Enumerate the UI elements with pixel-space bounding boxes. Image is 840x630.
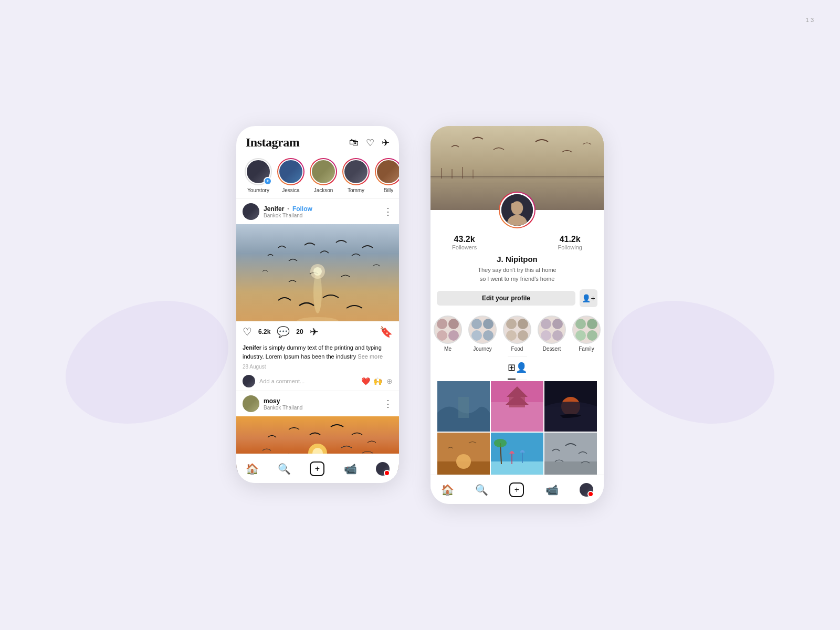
post-1-caption: Jenifer is simply dummy text of the prin… xyxy=(236,342,399,363)
add-story-icon: + xyxy=(264,177,272,185)
highlight-me[interactable]: Me xyxy=(434,316,462,352)
heart-icon[interactable]: ♡ xyxy=(366,137,374,149)
grid-tabs: ⊞ 👤 xyxy=(508,356,527,380)
see-more-button[interactable]: See more xyxy=(358,353,383,360)
like-count: 6.2k xyxy=(258,328,270,335)
bag-icon[interactable]: 🛍 xyxy=(349,137,359,148)
followers-label: Followers xyxy=(452,244,477,250)
svg-point-39 xyxy=(494,439,507,447)
svg-point-3 xyxy=(313,267,322,276)
search-nav-button[interactable]: 🔍 xyxy=(278,463,291,475)
heart-emoji: ❤️ xyxy=(361,377,370,385)
bookmark-button[interactable]: 🔖 xyxy=(380,326,393,338)
grid-tab-posts[interactable]: ⊞ xyxy=(508,356,516,380)
profile-section: 43.2k Followers 41.2k Following J. Nipit… xyxy=(430,210,604,484)
highlight-food[interactable]: Food xyxy=(503,316,531,352)
story-item-billy[interactable]: Billy xyxy=(375,158,399,193)
story-item-jessica[interactable]: Jessica xyxy=(277,158,304,193)
caption-username: Jenifer xyxy=(243,344,261,351)
highlight-family[interactable]: Family xyxy=(572,316,601,352)
stories-row: + Yourstory Jessica Jackson xyxy=(236,154,399,198)
profile-avatar xyxy=(500,193,534,227)
right-profile-nav[interactable] xyxy=(580,483,593,497)
post-2-more-button[interactable]: ⋮ xyxy=(383,398,393,410)
header-icons: 🛍 ♡ ✈ xyxy=(349,137,390,149)
post-1-avatar xyxy=(243,203,259,220)
post-1-follow-button[interactable]: Follow xyxy=(292,205,312,213)
share-button[interactable]: ✈ xyxy=(310,326,319,338)
bg-blob-right xyxy=(594,279,792,445)
svg-rect-15 xyxy=(472,170,474,178)
grid-tab-tagged[interactable]: 👤 xyxy=(516,356,527,380)
post-2-username: mosy xyxy=(264,397,302,405)
post-1-header: Jenifer • Follow Bankok Thailand ⋮ xyxy=(236,199,399,224)
bio-line-1: They say don't try this at home xyxy=(478,267,556,273)
following-stat: 41.2k Following xyxy=(558,235,582,250)
edit-profile-button[interactable]: Edit your profile xyxy=(437,291,575,306)
profile-stats: 43.2k Followers 41.2k Following xyxy=(430,228,604,253)
highlight-journey-label: Journey xyxy=(473,346,492,352)
profile-nav-button[interactable] xyxy=(376,462,390,476)
photo-3[interactable] xyxy=(544,381,597,432)
svg-rect-14 xyxy=(462,167,463,178)
highlight-journey[interactable]: Journey xyxy=(468,316,497,352)
right-reels-nav[interactable]: 📹 xyxy=(545,484,559,496)
person-tag-icon: 👤 xyxy=(516,362,527,373)
comment-add-icon[interactable]: ⊕ xyxy=(386,377,393,385)
highlight-me-circle xyxy=(434,316,462,344)
svg-point-1 xyxy=(297,317,339,321)
right-home-nav[interactable]: 🏠 xyxy=(441,484,454,496)
right-phone: 43.2k Followers 41.2k Following J. Nipit… xyxy=(430,126,604,504)
highlight-family-label: Family xyxy=(579,346,594,352)
highlight-dessert[interactable]: Dessert xyxy=(538,316,566,352)
comment-button[interactable]: 💬 xyxy=(277,326,290,338)
profile-name: J. Nipitpon xyxy=(497,255,538,264)
profile-actions: Edit your profile 👤+ xyxy=(430,285,604,311)
bio-line-2: so I went to my friend's home xyxy=(480,276,555,282)
your-story-avatar-wrap: + xyxy=(245,158,272,185)
reels-nav-button[interactable]: 📹 xyxy=(344,463,357,475)
jackson-label: Jackson xyxy=(314,187,333,193)
jessica-avatar-wrap xyxy=(277,158,304,185)
followers-count: 43.2k xyxy=(454,235,475,244)
svg-rect-12 xyxy=(441,168,442,178)
billy-label: Billy xyxy=(384,187,393,193)
left-phone: Instagram 🛍 ♡ ✈ + Yourstory xyxy=(236,126,399,483)
right-add-nav[interactable]: + xyxy=(509,482,524,497)
story-item-yourstory[interactable]: + Yourstory xyxy=(245,158,272,193)
post-1-date: 28 August xyxy=(236,363,399,373)
post-2-user: mosy Bankok Thailand xyxy=(243,395,302,412)
followers-stat: 43.2k Followers xyxy=(452,235,477,250)
like-button[interactable]: ♡ xyxy=(243,326,252,338)
clap-emoji: 🙌 xyxy=(373,377,382,385)
jessica-avatar xyxy=(278,159,303,184)
left-header: Instagram 🛍 ♡ ✈ xyxy=(236,126,399,154)
photo-grid xyxy=(437,380,597,484)
story-item-jackson[interactable]: Jackson xyxy=(310,158,337,193)
comment-emojis: ❤️ 🙌 xyxy=(361,377,382,385)
post-1-dot: • xyxy=(287,206,289,212)
photo-2[interactable] xyxy=(491,381,543,432)
comment-avatar xyxy=(243,375,255,387)
page-number: 1 3 xyxy=(806,16,814,25)
instagram-logo: Instagram xyxy=(246,135,299,150)
post-1-comment-row: Add a comment... ❤️ 🙌 ⊕ xyxy=(236,373,399,391)
send-icon[interactable]: ✈ xyxy=(382,137,390,149)
add-nav-button[interactable]: + xyxy=(310,461,324,476)
phones-container: Instagram 🛍 ♡ ✈ + Yourstory xyxy=(236,126,604,504)
story-item-tommy[interactable]: Tommy xyxy=(342,158,370,193)
post-1-user-info: Jenifer • Follow Bankok Thailand xyxy=(264,205,312,218)
profile-bio: They say don't try this at home so I wen… xyxy=(467,264,566,285)
post-1-more-button[interactable]: ⋮ xyxy=(383,206,393,217)
post-2-avatar xyxy=(243,395,259,412)
right-search-nav[interactable]: 🔍 xyxy=(475,484,488,496)
tommy-avatar xyxy=(343,159,369,184)
jackson-avatar-wrap xyxy=(310,158,337,185)
add-person-button[interactable]: 👤+ xyxy=(580,289,597,307)
post-1-username-row: Jenifer • Follow xyxy=(264,205,312,213)
photo-1[interactable] xyxy=(437,381,490,432)
home-nav-button[interactable]: 🏠 xyxy=(246,463,259,475)
highlight-dessert-label: Dessert xyxy=(543,346,561,352)
comment-input[interactable]: Add a comment... xyxy=(259,378,357,384)
post-1-image xyxy=(236,224,399,321)
